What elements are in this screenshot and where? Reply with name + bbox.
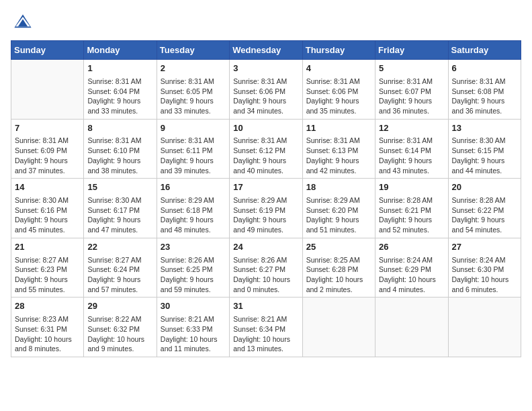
day-number: 28 — [15, 300, 80, 313]
calendar-day-cell: 4Sunrise: 8:31 AMSunset: 6:06 PMDaylight… — [302, 60, 375, 120]
day-info: Sunrise: 8:26 AMSunset: 6:25 PMDaylight:… — [161, 255, 226, 295]
day-of-week-header: Friday — [375, 41, 448, 60]
day-info: Sunrise: 8:29 AMSunset: 6:18 PMDaylight:… — [161, 195, 226, 235]
day-number: 17 — [233, 181, 298, 194]
calendar-day-cell: 11Sunrise: 8:31 AMSunset: 6:13 PMDayligh… — [302, 119, 375, 179]
day-number: 16 — [161, 181, 226, 194]
day-info: Sunrise: 8:28 AMSunset: 6:21 PMDaylight:… — [379, 195, 444, 235]
day-number: 3 — [233, 62, 298, 75]
day-info: Sunrise: 8:29 AMSunset: 6:19 PMDaylight:… — [233, 195, 298, 235]
calendar-day-cell: 5Sunrise: 8:31 AMSunset: 6:07 PMDaylight… — [375, 60, 448, 120]
calendar-day-cell: 1Sunrise: 8:31 AMSunset: 6:04 PMDaylight… — [84, 60, 157, 120]
day-number: 9 — [161, 122, 226, 135]
calendar-day-cell: 23Sunrise: 8:26 AMSunset: 6:25 PMDayligh… — [157, 238, 229, 298]
calendar-day-cell: 16Sunrise: 8:29 AMSunset: 6:18 PMDayligh… — [157, 179, 229, 238]
calendar-day-cell — [375, 298, 448, 357]
day-number: 18 — [306, 181, 371, 194]
calendar-week-row: 14Sunrise: 8:30 AMSunset: 6:16 PMDayligh… — [11, 179, 521, 238]
day-info: Sunrise: 8:31 AMSunset: 6:04 PMDaylight:… — [87, 77, 152, 116]
calendar-day-cell: 7Sunrise: 8:31 AMSunset: 6:09 PMDaylight… — [11, 119, 84, 179]
calendar-day-cell: 9Sunrise: 8:31 AMSunset: 6:11 PMDaylight… — [157, 119, 229, 179]
calendar-day-cell: 8Sunrise: 8:31 AMSunset: 6:10 PMDaylight… — [84, 119, 157, 179]
day-info: Sunrise: 8:21 AMSunset: 6:33 PMDaylight:… — [161, 314, 226, 354]
day-info: Sunrise: 8:21 AMSunset: 6:34 PMDaylight:… — [233, 314, 298, 354]
day-number: 15 — [87, 181, 152, 194]
calendar-day-cell — [448, 298, 521, 357]
calendar-day-cell: 6Sunrise: 8:31 AMSunset: 6:08 PMDaylight… — [448, 60, 521, 120]
calendar-day-cell: 21Sunrise: 8:27 AMSunset: 6:23 PMDayligh… — [11, 238, 84, 298]
day-info: Sunrise: 8:31 AMSunset: 6:12 PMDaylight:… — [233, 136, 298, 175]
calendar-week-row: 21Sunrise: 8:27 AMSunset: 6:23 PMDayligh… — [11, 238, 521, 298]
day-number: 2 — [161, 62, 226, 75]
day-info: Sunrise: 8:26 AMSunset: 6:27 PMDaylight:… — [233, 255, 298, 295]
calendar-day-cell: 27Sunrise: 8:24 AMSunset: 6:30 PMDayligh… — [448, 238, 521, 298]
calendar-table: SundayMondayTuesdayWednesdayThursdayFrid… — [11, 40, 521, 357]
calendar-day-cell: 10Sunrise: 8:31 AMSunset: 6:12 PMDayligh… — [230, 119, 302, 179]
day-info: Sunrise: 8:28 AMSunset: 6:22 PMDaylight:… — [452, 195, 517, 235]
day-info: Sunrise: 8:30 AMSunset: 6:15 PMDaylight:… — [452, 136, 517, 175]
day-number: 4 — [306, 62, 371, 75]
day-info: Sunrise: 8:31 AMSunset: 6:06 PMDaylight:… — [233, 77, 298, 116]
day-of-week-header: Saturday — [448, 41, 521, 60]
day-info: Sunrise: 8:31 AMSunset: 6:14 PMDaylight:… — [379, 136, 444, 175]
day-number: 13 — [452, 122, 517, 135]
calendar-week-row: 7Sunrise: 8:31 AMSunset: 6:09 PMDaylight… — [11, 119, 521, 179]
day-number: 5 — [379, 62, 444, 75]
calendar-day-cell: 24Sunrise: 8:26 AMSunset: 6:27 PMDayligh… — [230, 238, 302, 298]
day-info: Sunrise: 8:31 AMSunset: 6:08 PMDaylight:… — [452, 77, 517, 116]
day-of-week-header: Sunday — [11, 41, 84, 60]
day-number: 10 — [233, 122, 298, 135]
day-info: Sunrise: 8:24 AMSunset: 6:29 PMDaylight:… — [379, 255, 444, 295]
day-info: Sunrise: 8:31 AMSunset: 6:06 PMDaylight:… — [306, 77, 371, 116]
calendar-day-cell: 3Sunrise: 8:31 AMSunset: 6:06 PMDaylight… — [230, 60, 302, 120]
day-number: 23 — [161, 241, 226, 254]
day-of-week-header: Monday — [84, 41, 157, 60]
calendar-day-cell: 17Sunrise: 8:29 AMSunset: 6:19 PMDayligh… — [230, 179, 302, 238]
calendar-week-row: 28Sunrise: 8:23 AMSunset: 6:31 PMDayligh… — [11, 298, 521, 357]
calendar-day-cell: 15Sunrise: 8:30 AMSunset: 6:17 PMDayligh… — [84, 179, 157, 238]
page-header — [11, 11, 521, 35]
day-info: Sunrise: 8:27 AMSunset: 6:24 PMDaylight:… — [87, 255, 152, 295]
day-info: Sunrise: 8:27 AMSunset: 6:23 PMDaylight:… — [15, 255, 80, 295]
day-info: Sunrise: 8:31 AMSunset: 6:10 PMDaylight:… — [87, 136, 152, 175]
day-number: 7 — [15, 122, 80, 135]
day-info: Sunrise: 8:29 AMSunset: 6:20 PMDaylight:… — [306, 195, 371, 235]
day-number: 19 — [379, 181, 444, 194]
day-number: 31 — [233, 300, 298, 313]
calendar-header-row: SundayMondayTuesdayWednesdayThursdayFrid… — [11, 41, 521, 60]
day-info: Sunrise: 8:31 AMSunset: 6:07 PMDaylight:… — [379, 77, 444, 116]
day-of-week-header: Tuesday — [157, 41, 229, 60]
calendar-day-cell: 22Sunrise: 8:27 AMSunset: 6:24 PMDayligh… — [84, 238, 157, 298]
day-info: Sunrise: 8:24 AMSunset: 6:30 PMDaylight:… — [452, 255, 517, 295]
day-info: Sunrise: 8:30 AMSunset: 6:17 PMDaylight:… — [87, 195, 152, 235]
calendar-day-cell — [302, 298, 375, 357]
day-of-week-header: Thursday — [302, 41, 375, 60]
logo-icon — [11, 11, 35, 35]
day-info: Sunrise: 8:22 AMSunset: 6:32 PMDaylight:… — [87, 314, 152, 354]
calendar-week-row: 1Sunrise: 8:31 AMSunset: 6:04 PMDaylight… — [11, 60, 521, 120]
calendar-day-cell: 29Sunrise: 8:22 AMSunset: 6:32 PMDayligh… — [84, 298, 157, 357]
day-number: 8 — [87, 122, 152, 135]
calendar-day-cell: 13Sunrise: 8:30 AMSunset: 6:15 PMDayligh… — [448, 119, 521, 179]
calendar-day-cell: 2Sunrise: 8:31 AMSunset: 6:05 PMDaylight… — [157, 60, 229, 120]
day-number: 29 — [87, 300, 152, 313]
day-info: Sunrise: 8:31 AMSunset: 6:11 PMDaylight:… — [161, 136, 226, 175]
calendar-day-cell: 31Sunrise: 8:21 AMSunset: 6:34 PMDayligh… — [230, 298, 302, 357]
day-number: 25 — [306, 241, 371, 254]
day-of-week-header: Wednesday — [230, 41, 302, 60]
day-number: 27 — [452, 241, 517, 254]
calendar-day-cell: 12Sunrise: 8:31 AMSunset: 6:14 PMDayligh… — [375, 119, 448, 179]
logo — [11, 11, 38, 35]
calendar-day-cell: 18Sunrise: 8:29 AMSunset: 6:20 PMDayligh… — [302, 179, 375, 238]
calendar-day-cell — [11, 60, 84, 120]
calendar-day-cell: 26Sunrise: 8:24 AMSunset: 6:29 PMDayligh… — [375, 238, 448, 298]
day-info: Sunrise: 8:23 AMSunset: 6:31 PMDaylight:… — [15, 314, 80, 354]
day-number: 14 — [15, 181, 80, 194]
day-info: Sunrise: 8:31 AMSunset: 6:13 PMDaylight:… — [306, 136, 371, 175]
calendar-day-cell: 20Sunrise: 8:28 AMSunset: 6:22 PMDayligh… — [448, 179, 521, 238]
calendar-day-cell: 14Sunrise: 8:30 AMSunset: 6:16 PMDayligh… — [11, 179, 84, 238]
day-number: 11 — [306, 122, 371, 135]
day-info: Sunrise: 8:25 AMSunset: 6:28 PMDaylight:… — [306, 255, 371, 295]
day-number: 30 — [161, 300, 226, 313]
day-number: 20 — [452, 181, 517, 194]
